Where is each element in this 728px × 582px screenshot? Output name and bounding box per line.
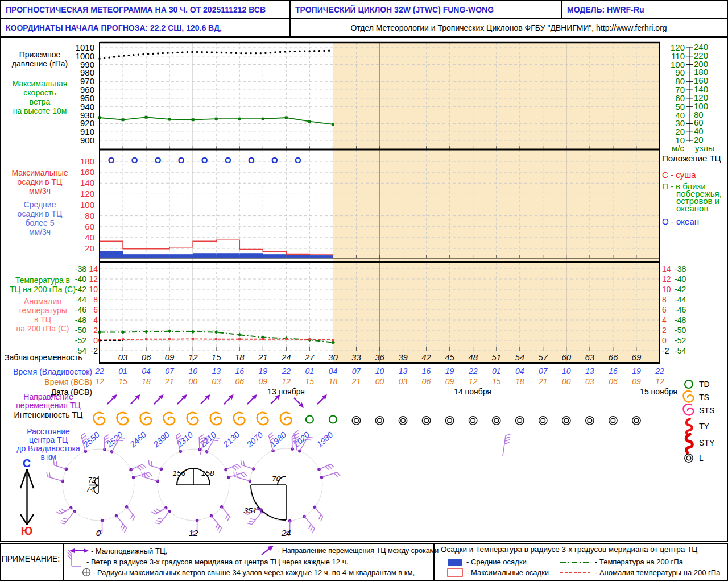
wind-barb-tick bbox=[215, 438, 220, 438]
meteogram-graphics: ООООООООО1010100099098097096095094093092… bbox=[0, 0, 728, 582]
time-vlad-value: 04 bbox=[329, 367, 338, 376]
intensity-low-symbol bbox=[493, 417, 500, 425]
intensity-td-symbol bbox=[329, 416, 337, 423]
wind-barb-tick bbox=[311, 526, 313, 531]
wind-barb-tick bbox=[250, 519, 255, 520]
wind-barb-tick bbox=[158, 518, 163, 519]
temp-tick-left: -46 bbox=[75, 305, 86, 314]
wind-barb-tick bbox=[122, 526, 125, 530]
wind-barb-tick bbox=[237, 464, 241, 468]
intensity-low-symbol bbox=[609, 417, 617, 425]
lead-hour: 63 bbox=[585, 352, 595, 362]
note-max-precip: - Максимальные осадки bbox=[466, 568, 549, 577]
time-utc-value: 18 bbox=[515, 377, 524, 386]
ocean-position-letter: О bbox=[271, 155, 278, 165]
precip-tick: 80 bbox=[85, 211, 94, 221]
temp200-marker bbox=[214, 330, 218, 334]
compass-arrow bbox=[27, 469, 34, 488]
wind-barb bbox=[149, 465, 161, 469]
intensity-low-symbol bbox=[611, 418, 615, 423]
intensity-low-symbol bbox=[516, 417, 524, 425]
time-utc-value: 09 bbox=[259, 377, 268, 386]
legend-ts-icon bbox=[683, 391, 693, 402]
time-utc-value: 00 bbox=[188, 377, 197, 386]
legend-intensity-label: L bbox=[699, 454, 704, 463]
wind-barb-tick bbox=[47, 472, 47, 477]
lead-hour: 42 bbox=[421, 352, 431, 362]
wind-marker bbox=[215, 118, 218, 120]
wind-marker bbox=[192, 118, 195, 121]
intensity-low-symbol bbox=[401, 418, 406, 423]
ocean-position-letter: О bbox=[225, 155, 231, 165]
wind-marker bbox=[238, 118, 241, 120]
wind-barb-tick bbox=[235, 465, 239, 469]
note-right-title: Осадки и Температура в радиусе 3-х граду… bbox=[441, 545, 697, 554]
wind-barb-tick bbox=[334, 473, 337, 477]
anom-tick-left: 12 bbox=[89, 275, 98, 284]
time-vlad-value: 10 bbox=[562, 367, 571, 376]
mean-precip-bar bbox=[193, 253, 216, 258]
wind-barb bbox=[226, 464, 237, 469]
temp-tick-left: -48 bbox=[75, 315, 86, 325]
lead-hour: 24 bbox=[281, 352, 291, 362]
wind-marker bbox=[122, 118, 125, 121]
wind-barb-tick bbox=[325, 467, 329, 470]
temp-tick-right: -38 bbox=[675, 264, 686, 273]
time-vlad-value: 13 bbox=[585, 367, 594, 376]
mean-precip-bar bbox=[100, 251, 123, 258]
wind-marker bbox=[308, 120, 311, 123]
intensity-low-symbol bbox=[469, 417, 477, 425]
wind-barb-tick bbox=[216, 523, 218, 528]
wind-barb-tick bbox=[49, 472, 50, 477]
rose-radius-value: 156 bbox=[172, 469, 185, 477]
intensity-low-symbol bbox=[564, 418, 569, 423]
time-vlad-value: 19 bbox=[259, 367, 268, 376]
distance-value: 1980 bbox=[315, 430, 335, 449]
ms-unit: м/с bbox=[672, 143, 684, 153]
wind-barb-tick bbox=[118, 440, 123, 441]
compass-arrow bbox=[27, 514, 34, 525]
rose-radius-value: 351 bbox=[244, 506, 257, 515]
time-utc-value: 12 bbox=[469, 377, 478, 386]
wind-barb bbox=[222, 507, 230, 517]
precip-tick: 140 bbox=[80, 178, 94, 188]
lead-hour: 30 bbox=[328, 352, 338, 362]
rose-dot bbox=[259, 508, 263, 512]
lead-hour: 33 bbox=[351, 352, 361, 362]
time-vlad-value: 10 bbox=[375, 367, 384, 376]
precip-tick: 20 bbox=[85, 243, 94, 253]
anom-tick-left: 4 bbox=[93, 315, 98, 325]
time-vlad-value: 01 bbox=[492, 367, 501, 376]
time-vlad-value: 16 bbox=[609, 367, 618, 376]
lead-hour: 45 bbox=[445, 352, 454, 362]
note-wind-barb: - Ветер в радиусе 3-х градусов меридиана… bbox=[86, 558, 348, 566]
wind-barb-tick bbox=[228, 517, 230, 521]
wind-barb-tick bbox=[133, 517, 135, 521]
time-vlad-value: 22 bbox=[655, 367, 664, 376]
lead-hour: 21 bbox=[258, 352, 268, 362]
intensity-ts-symbol bbox=[234, 413, 245, 425]
precip-tick: 160 bbox=[80, 167, 94, 177]
wind-barb-tick bbox=[243, 461, 244, 466]
distance-value: 2210 bbox=[198, 430, 218, 450]
time-utc-value: 21 bbox=[164, 377, 174, 386]
wind-barb-tick bbox=[151, 512, 155, 514]
wind-barb bbox=[242, 465, 254, 469]
wind-barb bbox=[54, 465, 66, 469]
temp-tick-right: -42 bbox=[675, 285, 686, 294]
temp200-marker bbox=[238, 333, 242, 337]
legend-intensity-label: STS bbox=[699, 406, 714, 415]
intensity-ts-symbol bbox=[94, 413, 105, 425]
note-anom200: - Аномалия температуры на 200 гПа bbox=[595, 568, 720, 577]
wind-barb-tick bbox=[155, 523, 160, 524]
wind-barb bbox=[319, 464, 330, 469]
temp200-marker bbox=[121, 330, 125, 334]
wind-barb-tick bbox=[328, 465, 332, 469]
wind-barb-tick bbox=[137, 467, 141, 470]
rose-radius-value: 72 bbox=[88, 476, 97, 484]
wind-barb-tick bbox=[60, 523, 65, 524]
lead-hour: 15 bbox=[212, 352, 221, 362]
lead-hour: 69 bbox=[632, 352, 642, 362]
legend-low-icon bbox=[685, 454, 693, 462]
wind-barb-tick bbox=[505, 440, 510, 442]
